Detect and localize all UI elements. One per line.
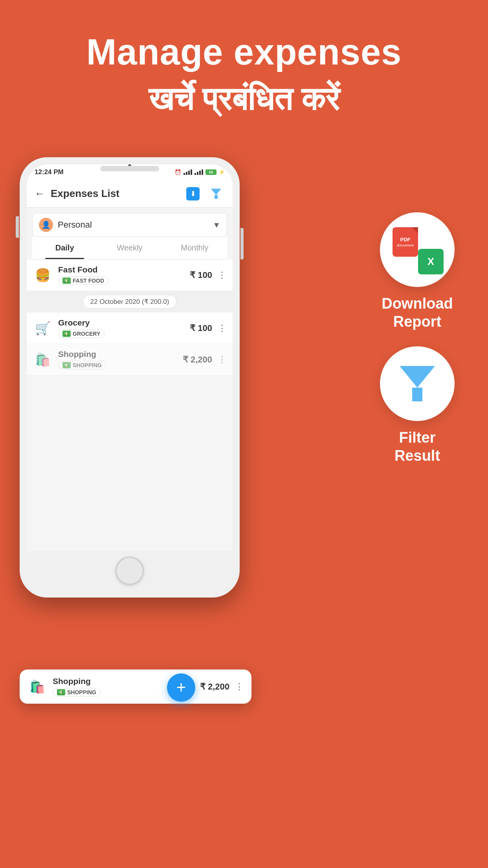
expense-amount: ₹ 100 (190, 270, 212, 280)
dropdown-arrow-icon: ▼ (213, 221, 220, 230)
money-icon: 💵 (62, 331, 71, 337)
status-icons: ⏰ 69 ⚡ (174, 169, 225, 175)
expense-name: Grocery (58, 318, 184, 327)
main-title: Manage expenses (0, 31, 488, 73)
download-icon: ⬇ (186, 187, 200, 200)
expense-list: 🍔 Fast Food 💵 FAST FOOD ₹ 100 ⋮ 22 Octob… (27, 259, 233, 551)
money-icon: 💵 (57, 689, 65, 695)
list-item: 🛒 Grocery 💵 GROCERY ₹ 100 ⋮ (27, 313, 233, 344)
header-section: Manage expenses खर्चे प्रबंधित करें (0, 0, 488, 118)
add-expense-fab[interactable]: + (167, 673, 195, 702)
phone-screen: 12:24 PM ⏰ (27, 164, 233, 590)
battery-icon: 69 (205, 169, 216, 175)
phone-side-button-right (240, 228, 244, 259)
status-time: 12:24 PM (35, 168, 64, 176)
menu-dots-button[interactable]: ⋮ (218, 270, 226, 280)
phone-mockup: 12:24 PM ⏰ (20, 157, 240, 771)
app-title: Expenses List (51, 188, 178, 200)
tab-weekly[interactable]: Weekly (97, 237, 162, 259)
signal-icon (183, 169, 192, 175)
download-report-label: DownloadReport (382, 295, 453, 331)
menu-dots-button[interactable]: ⋮ (235, 682, 244, 692)
wifi-icon (194, 169, 203, 175)
menu-dots-button[interactable]: ⋮ (218, 323, 226, 333)
filter-button[interactable] (207, 185, 225, 202)
tab-bar: Daily Weekly Monthly (32, 237, 227, 259)
filter-result-label: FilterResult (394, 429, 440, 465)
expense-info: Shopping 💵 SHOPPING (58, 349, 177, 370)
status-bar: 12:24 PM ⏰ (27, 164, 233, 180)
download-report-button[interactable]: ⬇ (184, 185, 202, 202)
download-report-feature: PDF document X DownloadReport (380, 212, 455, 331)
phone-shell: 12:24 PM ⏰ (20, 157, 240, 598)
grocery-icon: 🛒 (33, 318, 53, 338)
filter-result-circle (380, 346, 455, 421)
list-item: 🛍️ Shopping 💵 SHOPPING ₹ 2,200 ⋮ (28, 677, 244, 697)
expense-tag: 💵 FAST FOOD (58, 276, 108, 285)
account-name: Personal (58, 220, 208, 230)
hindi-title: खर्चे प्रबंधित करें (0, 81, 488, 118)
excel-icon: X (418, 249, 444, 274)
expense-tag: 💵 SHOPPING (58, 361, 106, 370)
app-header: ← Expenses List ⬇ (27, 180, 233, 208)
date-badge: 22 October 2020 (₹ 200.0) (83, 295, 177, 309)
feature-section: PDF document X DownloadReport FilterResu… (362, 212, 472, 480)
filter-result-feature: FilterResult (380, 346, 455, 465)
tab-monthly[interactable]: Monthly (162, 237, 227, 259)
home-button[interactable] (116, 557, 144, 585)
home-button-area (27, 551, 233, 590)
shopping-bag-icon: 🛍️ (28, 677, 47, 697)
menu-dots-button[interactable]: ⋮ (218, 355, 226, 365)
list-item: 🛍️ Shopping 💵 SHOPPING ₹ 2,200 ⋮ (27, 344, 233, 375)
pdf-icon: PDF document (393, 227, 418, 257)
floating-expense-card: 🛍️ Shopping 💵 SHOPPING ₹ 2,200 ⋮ (20, 669, 251, 704)
expense-info: Grocery 💵 GROCERY (58, 318, 184, 338)
expense-amount: ₹ 2,200 (200, 682, 229, 692)
alarm-icon: ⏰ (174, 169, 181, 175)
fast-food-icon: 🍔 (33, 265, 53, 285)
expense-name: Shopping (58, 349, 177, 359)
account-selector[interactable]: 👤 Personal ▼ (32, 213, 227, 237)
tab-daily[interactable]: Daily (32, 237, 97, 259)
expense-amount: ₹ 2,200 (183, 355, 212, 365)
funnel-icon (400, 366, 435, 401)
money-icon: 💵 (62, 362, 71, 368)
avatar: 👤 (39, 218, 53, 232)
expense-info: Fast Food 💵 FAST FOOD (58, 265, 184, 285)
expense-tag: 💵 SHOPPING (53, 688, 101, 697)
list-item: 🍔 Fast Food 💵 FAST FOOD ₹ 100 ⋮ (27, 259, 233, 291)
charging-icon: ⚡ (219, 169, 225, 175)
back-button[interactable]: ← (35, 188, 45, 200)
expense-amount: ₹ 100 (190, 323, 212, 333)
expense-tag: 💵 GROCERY (58, 329, 105, 338)
filter-icon (209, 187, 223, 200)
money-icon: 💵 (62, 278, 71, 284)
shopping-icon: 🛍️ (33, 350, 53, 370)
date-separator: 22 October 2020 (₹ 200.0) (27, 291, 233, 313)
phone-side-button-left (16, 216, 19, 238)
expense-name: Fast Food (58, 265, 184, 274)
download-report-circle: PDF document X (380, 212, 455, 287)
